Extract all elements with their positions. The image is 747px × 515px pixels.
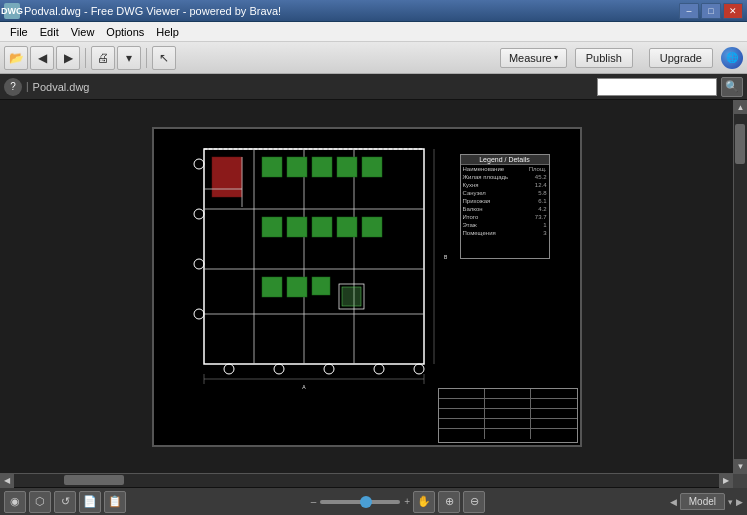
scrollbar-bottom: ◀ ▶: [0, 473, 747, 487]
svg-point-33: [374, 364, 384, 374]
zoom-in-button[interactable]: ⊕: [438, 491, 460, 513]
legend-row-1: Наименование Площ.: [461, 165, 549, 173]
tb-cell-6: [531, 399, 576, 408]
legend-row-9: Помещения 3: [461, 229, 549, 237]
measure-arrow-icon: ▾: [554, 53, 558, 62]
tb-cell-4: [439, 399, 485, 408]
scroll-corner: [733, 474, 747, 488]
menu-edit[interactable]: Edit: [34, 24, 65, 40]
svg-rect-9: [287, 157, 307, 177]
content-area: A B Legend / Details Наименование Площ. …: [0, 100, 747, 473]
scroll-right-button[interactable]: ▶: [719, 474, 733, 488]
search-input[interactable]: [597, 78, 717, 96]
tb-cell-10: [439, 419, 485, 428]
cursor-button[interactable]: ↖: [152, 46, 176, 70]
scrollbar-right: ▲ ▼: [733, 100, 747, 473]
svg-point-30: [224, 364, 234, 374]
svg-rect-14: [287, 217, 307, 237]
title-block: [438, 388, 578, 443]
svg-rect-11: [337, 157, 357, 177]
title-block-row-4: [439, 419, 577, 429]
app-icon: DWG: [4, 3, 20, 19]
minimize-button[interactable]: –: [679, 3, 699, 19]
model-tab[interactable]: Model: [680, 493, 725, 510]
svg-point-26: [194, 159, 204, 169]
pan-button[interactable]: ✋: [413, 491, 435, 513]
model-chevron-left-icon: ◀: [670, 497, 677, 507]
back-button[interactable]: ◀: [30, 46, 54, 70]
help-icon[interactable]: ?: [4, 78, 22, 96]
title-block-row-3: [439, 409, 577, 419]
tb-cell-14: [485, 429, 531, 439]
toolbar-separator-1: [85, 48, 86, 68]
search-button[interactable]: 🔍: [721, 77, 743, 97]
svg-point-29: [194, 309, 204, 319]
tb-cell-9: [531, 409, 576, 418]
svg-text:B: B: [444, 254, 448, 260]
print-arrow-button[interactable]: ▾: [117, 46, 141, 70]
upgrade-button[interactable]: Upgrade: [649, 48, 713, 68]
tb-cell-5: [485, 399, 531, 408]
svg-point-27: [194, 209, 204, 219]
tab-arrow-icon: ▾: [728, 497, 733, 507]
tb-cell-7: [439, 409, 485, 418]
svg-rect-18: [262, 277, 282, 297]
open-folder-button[interactable]: 📂: [4, 46, 28, 70]
zoom-slider[interactable]: [320, 500, 400, 504]
zoom-thumb[interactable]: [360, 496, 372, 508]
svg-rect-15: [312, 217, 332, 237]
legend-row-6: Балкон 4.2: [461, 205, 549, 213]
svg-text:A: A: [302, 384, 306, 390]
maximize-button[interactable]: □: [701, 3, 721, 19]
rewind-button[interactable]: ↺: [54, 491, 76, 513]
zoom-out-button[interactable]: ⊖: [463, 491, 485, 513]
title-block-row-5: [439, 429, 577, 439]
close-button[interactable]: ✕: [723, 3, 743, 19]
measure-button[interactable]: Measure ▾: [500, 48, 567, 68]
doc-button[interactable]: 📄: [79, 491, 101, 513]
legend-row-4: Санузел 5.8: [461, 189, 549, 197]
forward-button[interactable]: ▶: [56, 46, 80, 70]
scroll-track-right[interactable]: [734, 114, 747, 459]
svg-rect-16: [337, 217, 357, 237]
menu-file[interactable]: File: [4, 24, 34, 40]
menu-bar: File Edit View Options Help: [0, 22, 747, 42]
globe-icon[interactable]: 🌐: [721, 47, 743, 69]
doc2-button[interactable]: 📋: [104, 491, 126, 513]
scroll-track-bottom[interactable]: [14, 474, 719, 487]
legend-box: Legend / Details Наименование Площ. Жила…: [460, 154, 550, 259]
legend-row-2: Жилая площадь 45.2: [461, 173, 549, 181]
toolbar-separator-2: [146, 48, 147, 68]
publish-button[interactable]: Publish: [575, 48, 633, 68]
menu-view[interactable]: View: [65, 24, 101, 40]
snap-button[interactable]: ◉: [4, 491, 26, 513]
svg-rect-12: [362, 157, 382, 177]
scroll-thumb-bottom[interactable]: [64, 475, 124, 485]
svg-point-31: [274, 364, 284, 374]
bottom-toolbar: ◉ ⬡ ↺ 📄 📋 – + ✋ ⊕ ⊖ ◀ Model ▾ ▶: [0, 487, 747, 515]
menu-options[interactable]: Options: [100, 24, 150, 40]
scroll-thumb-right[interactable]: [735, 124, 745, 164]
address-separator: |: [26, 81, 29, 92]
measure-label: Measure: [509, 52, 552, 64]
svg-rect-13: [262, 217, 282, 237]
title-block-row-2: [439, 399, 577, 409]
scroll-left-button[interactable]: ◀: [0, 474, 14, 488]
zoom-in-icon: +: [404, 496, 410, 507]
title-controls: – □ ✕: [679, 3, 743, 19]
title-bar-left: DWG Podval.dwg - Free DWG Viewer - power…: [4, 3, 281, 19]
svg-rect-25: [342, 287, 361, 306]
scroll-up-button[interactable]: ▲: [734, 100, 748, 114]
print-button[interactable]: 🖨: [91, 46, 115, 70]
toolbar-right: Measure ▾ Publish Upgrade 🌐: [500, 47, 743, 69]
grid-button[interactable]: ⬡: [29, 491, 51, 513]
tb-cell-12: [531, 419, 576, 428]
tb-cell-1: [439, 389, 485, 398]
dwg-frame: A B Legend / Details Наименование Площ. …: [152, 127, 582, 447]
legend-row-5: Прихожая 6.1: [461, 197, 549, 205]
legend-row-8: Этаж 1: [461, 221, 549, 229]
menu-help[interactable]: Help: [150, 24, 185, 40]
scroll-down-button[interactable]: ▼: [734, 459, 748, 473]
svg-rect-8: [262, 157, 282, 177]
tb-cell-3: [531, 389, 576, 398]
